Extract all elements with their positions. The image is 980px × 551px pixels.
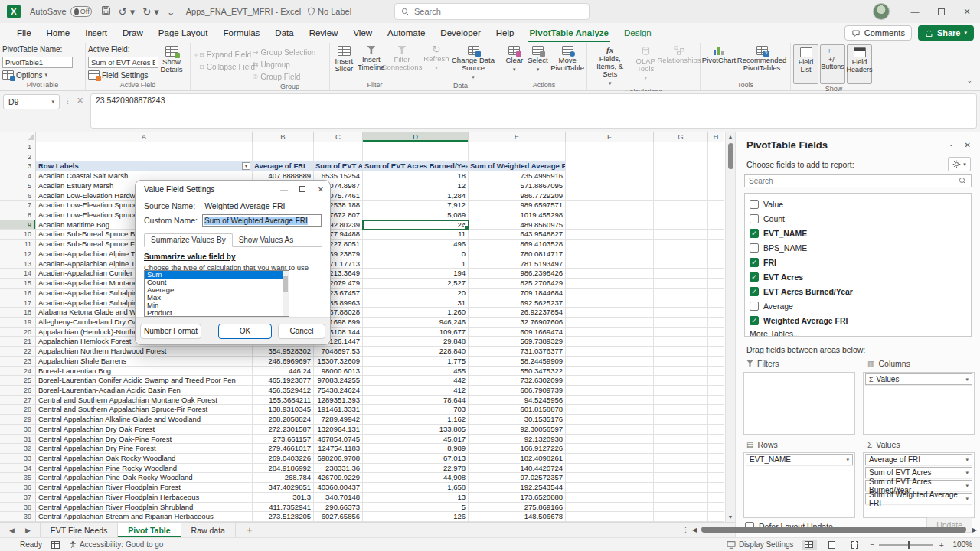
collapse-field-button[interactable]: －⊟Collapse Field xyxy=(193,61,255,72)
cell-F19[interactable] xyxy=(566,318,654,328)
cell-F24[interactable] xyxy=(566,367,654,377)
cell-G30[interactable] xyxy=(654,425,708,435)
row-header-2[interactable]: 2 xyxy=(0,152,36,162)
cell-E12[interactable]: 780.0814717 xyxy=(469,249,566,259)
cell-E25[interactable]: 732.6302099 xyxy=(469,376,566,386)
cell-H13[interactable] xyxy=(708,259,724,269)
share-button[interactable]: Share ▾ xyxy=(918,25,974,41)
cell-C24[interactable]: 98000.6013 xyxy=(314,367,363,377)
row-header-9[interactable]: 9 xyxy=(0,220,36,230)
cell-B3[interactable]: Average of FRI xyxy=(253,161,314,171)
cell-D18[interactable]: 1,260 xyxy=(363,308,469,318)
row-header-8[interactable]: 8 xyxy=(0,210,36,220)
cell-C3[interactable]: Sum of EVT Acres xyxy=(314,161,363,171)
insert-slicer-button[interactable]: Insert Slicer xyxy=(332,44,356,80)
cell-B27[interactable]: 155.3684211 xyxy=(253,396,314,406)
select-all-corner[interactable] xyxy=(0,132,36,142)
cell-F30[interactable] xyxy=(566,425,654,435)
cell-E15[interactable]: 825.2706429 xyxy=(469,279,566,289)
field-item-average[interactable]: Average xyxy=(750,298,971,313)
cell-D16[interactable]: 20 xyxy=(363,289,469,298)
cell-A33[interactable]: Central Appalachian Oak Rocky Woodland xyxy=(36,454,253,464)
rows-drop-area[interactable]: EVT_NAME▾ xyxy=(743,452,855,518)
cell-G15[interactable] xyxy=(654,279,708,289)
cell-D33[interactable]: 67,013 xyxy=(363,454,469,464)
cell-A29[interactable]: Central Appalachian Alkaline Glade and W… xyxy=(36,415,253,425)
cell-G5[interactable] xyxy=(654,181,708,191)
cell-F17[interactable] xyxy=(566,298,654,308)
cell-C38[interactable]: 290.66373 xyxy=(314,503,363,513)
filter-connections-button[interactable]: Filter Connections xyxy=(387,44,417,80)
horizontal-scroll-thumb[interactable] xyxy=(701,527,966,533)
cell-B25[interactable]: 465.1923077 xyxy=(253,376,314,386)
tab-file[interactable]: File xyxy=(9,23,39,43)
minimize-button[interactable]: — xyxy=(902,0,928,23)
clear-button[interactable]: Clear▾ xyxy=(504,44,525,80)
cell-H7[interactable] xyxy=(708,201,724,210)
calc-option-product[interactable]: Product xyxy=(145,309,283,317)
sheet-tab-evt-fire-needs[interactable]: EVT Fire Needs xyxy=(40,523,119,537)
cell-F36[interactable] xyxy=(566,483,654,493)
vertical-scroll-thumb[interactable] xyxy=(728,143,733,169)
columns-drop-area[interactable]: ΣValues▾ xyxy=(863,372,975,435)
cell-E7[interactable]: 989.6597571 xyxy=(469,201,566,210)
cell-C35[interactable]: 426709.9229 xyxy=(314,473,363,483)
cell-E38[interactable]: 275.869166 xyxy=(469,503,566,513)
cell-G25[interactable] xyxy=(654,376,708,386)
cell-D8[interactable]: 5,089 xyxy=(363,210,469,220)
cell-A28[interactable]: Central and Southern Appalachian Spruce-… xyxy=(36,405,253,415)
cell-E28[interactable]: 601.8158878 xyxy=(469,405,566,415)
cell-H33[interactable] xyxy=(708,454,724,464)
cell-G22[interactable] xyxy=(654,347,708,357)
row-header-1[interactable]: 1 xyxy=(0,142,36,152)
cell-C23[interactable]: 15307.32609 xyxy=(314,357,363,367)
cell-A30[interactable]: Central Appalachian Dry Oak Forest xyxy=(36,425,253,435)
row-header-4[interactable]: 4 xyxy=(0,171,36,181)
cell-G12[interactable] xyxy=(654,249,708,259)
cell-F1[interactable] xyxy=(566,142,654,152)
insert-timeline-button[interactable]: Insert Timeline xyxy=(358,44,385,80)
cell-D4[interactable]: 18 xyxy=(363,171,469,181)
field-checkbox[interactable]: ✓ xyxy=(750,272,759,282)
cell-C30[interactable]: 1320964.131 xyxy=(314,425,363,435)
cell-A31[interactable]: Central Appalachian Dry Oak-Pine Forest xyxy=(36,435,253,445)
field-item-evt-acres-burned-year[interactable]: ✓EVT Acres Burned/Year xyxy=(750,284,971,298)
cell-E10[interactable]: 643.9548827 xyxy=(469,230,566,240)
row-header-33[interactable]: 33 xyxy=(0,454,36,464)
cell-G35[interactable] xyxy=(654,473,708,483)
cell-F4[interactable] xyxy=(566,171,654,181)
user-avatar[interactable] xyxy=(873,3,890,20)
field-list-toggle[interactable]: Field List xyxy=(793,44,818,84)
field-checkbox[interactable]: ✓ xyxy=(750,229,759,238)
autosave-control[interactable]: AutoSave Off xyxy=(30,6,92,17)
comments-button[interactable]: Comments xyxy=(844,25,912,41)
cancel-entry-button[interactable]: ✕ xyxy=(77,96,83,106)
refresh-button[interactable]: ↻Refresh▾ xyxy=(423,44,450,81)
column-header-B[interactable]: B xyxy=(253,132,314,142)
cell-E20[interactable]: 609.1669474 xyxy=(469,328,566,337)
calc-option-max[interactable]: Max xyxy=(145,294,283,302)
cell-E14[interactable]: 986.2398426 xyxy=(469,269,566,279)
row-header-14[interactable]: 14 xyxy=(0,269,36,279)
tab-data[interactable]: Data xyxy=(267,23,301,43)
zoom-slider-thumb[interactable] xyxy=(908,541,910,549)
cell-G26[interactable] xyxy=(654,386,708,396)
row-header-7[interactable]: 7 xyxy=(0,201,36,210)
cell-H30[interactable] xyxy=(708,425,724,435)
row-header-30[interactable]: 30 xyxy=(0,425,36,435)
cell-A22[interactable]: Appalachian Northern Hardwood Forest xyxy=(36,347,253,357)
field-checkbox[interactable] xyxy=(750,243,759,253)
cell-H29[interactable] xyxy=(708,415,724,425)
cell-G19[interactable] xyxy=(654,318,708,328)
cell-G36[interactable] xyxy=(654,483,708,493)
display-settings-button[interactable]: Display Settings xyxy=(727,540,794,549)
column-header-H[interactable]: H xyxy=(708,132,724,142)
cell-E21[interactable]: 569.7389329 xyxy=(469,337,566,347)
listbox-scrollbar[interactable] xyxy=(283,271,289,316)
cell-D37[interactable]: 13 xyxy=(363,493,469,503)
cell-H37[interactable] xyxy=(708,493,724,503)
cell-H18[interactable] xyxy=(708,308,724,318)
row-header-36[interactable]: 36 xyxy=(0,483,36,493)
zoom-slider[interactable] xyxy=(879,544,933,546)
formula-input[interactable]: 23.5420908878243 xyxy=(90,93,977,129)
